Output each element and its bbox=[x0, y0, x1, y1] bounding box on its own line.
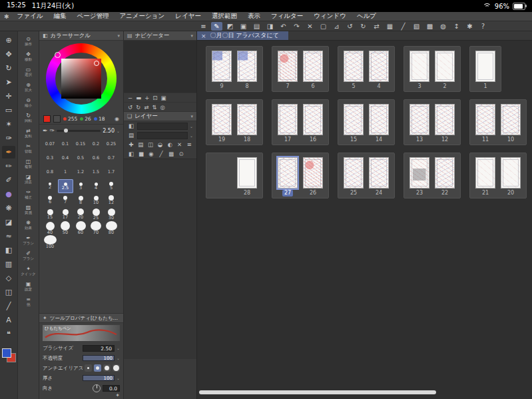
material-icon[interactable]: ◍ bbox=[437, 22, 449, 31]
spread-card[interactable]: 98 bbox=[206, 46, 263, 92]
blend-tool[interactable]: ≈ bbox=[2, 230, 15, 242]
crop-icon[interactable]: ⊿ bbox=[331, 22, 342, 31]
page-thumbnail-20[interactable] bbox=[501, 157, 521, 189]
page-thumbnail-9[interactable] bbox=[212, 51, 232, 82]
new-page-icon[interactable]: ▣ bbox=[238, 22, 249, 31]
palette-menu-icon[interactable]: ≡ bbox=[185, 141, 193, 148]
spread-card[interactable]: 2726 bbox=[272, 153, 329, 199]
zoom-slider[interactable]: ▬ bbox=[136, 95, 141, 101]
layer-panel-header[interactable]: ❏ レイヤー ▾ bbox=[124, 112, 196, 121]
antialias-option[interactable] bbox=[94, 364, 101, 372]
brush-size-cell[interactable]: 15 bbox=[43, 207, 58, 221]
layer-menu-icon[interactable]: ▾ bbox=[190, 114, 193, 119]
sv-marker[interactable] bbox=[94, 61, 99, 66]
brush-size-cell[interactable]: 17 bbox=[58, 207, 73, 221]
snap-ruler-icon[interactable]: ╱ bbox=[398, 22, 409, 31]
brush-size-cell[interactable]: 0.5 bbox=[73, 151, 89, 165]
menu-item[interactable]: ウィンドウ bbox=[308, 12, 352, 21]
flip-horizontal-icon[interactable]: ⇄ bbox=[371, 22, 382, 31]
merge-down-icon[interactable]: ◒ bbox=[156, 141, 164, 148]
brush-size-cell[interactable]: 0.7 bbox=[104, 151, 119, 165]
rotate-right-icon[interactable]: ↻ bbox=[358, 22, 369, 31]
brush-size-cell[interactable]: 0.2 bbox=[89, 137, 104, 151]
grid-icon[interactable]: ▦ bbox=[384, 22, 396, 31]
brush-size-cell[interactable]: 1.2 bbox=[73, 165, 89, 179]
delete-icon[interactable]: ✕ bbox=[304, 22, 316, 31]
duplicate-layer-icon[interactable]: ◫ bbox=[146, 141, 154, 148]
navigator-preview[interactable] bbox=[124, 41, 196, 93]
property-slider[interactable]: 100 bbox=[83, 355, 115, 361]
fullscreen-icon[interactable]: ↕ bbox=[451, 22, 462, 31]
brush-size-cell[interactable]: 0.4 bbox=[58, 151, 73, 165]
new-layer-icon[interactable]: ✚ bbox=[127, 141, 135, 148]
stepper-icon[interactable]: ⌄ bbox=[117, 346, 120, 350]
brush-size-cell[interactable]: 0.8 bbox=[43, 165, 58, 179]
spread-card[interactable]: 28 bbox=[206, 153, 263, 199]
menu-item[interactable]: ヘルプ bbox=[352, 12, 382, 21]
brush-size-cell[interactable]: 0.15 bbox=[73, 137, 89, 151]
brush-size-cell[interactable]: 0.1 bbox=[58, 137, 73, 151]
pen-settings-icon[interactable]: ✎ bbox=[211, 22, 222, 31]
navigator-header[interactable]: ▤ ナビゲーター ▾ bbox=[124, 31, 196, 41]
brush-size-cell[interactable]: 30 bbox=[104, 207, 119, 221]
menu-item[interactable]: 編集 bbox=[48, 12, 71, 21]
menu-item[interactable]: アニメーション bbox=[114, 12, 170, 21]
antialias-option[interactable] bbox=[85, 364, 92, 372]
page-thumbnail-3[interactable] bbox=[409, 51, 429, 82]
brush-size-cell[interactable]: 6 bbox=[43, 193, 58, 207]
page-thumbnail-13[interactable] bbox=[409, 104, 429, 135]
page-thumbnail-14[interactable] bbox=[369, 104, 389, 135]
subtool-more[interactable]: ≡他 bbox=[19, 294, 39, 308]
deselect-icon[interactable]: ▢ bbox=[318, 22, 329, 31]
brush-tool[interactable]: ✐ bbox=[2, 174, 15, 187]
brush-size-cell[interactable]: 7 bbox=[58, 193, 73, 207]
spread-card[interactable]: 1918 bbox=[206, 99, 263, 145]
zoom-in-icon[interactable]: + bbox=[144, 95, 149, 101]
blend-dropdown-arrow-icon[interactable]: ⌄ bbox=[190, 124, 193, 129]
eyedropper-tool[interactable]: ✑ bbox=[2, 132, 15, 145]
saturation-value-square[interactable] bbox=[61, 59, 101, 99]
page-thumbnail-11[interactable] bbox=[475, 104, 495, 135]
page-thumbnail-5[interactable] bbox=[344, 51, 364, 82]
brush-size-slider[interactable] bbox=[57, 130, 101, 132]
brush-size-field[interactable]: 2.50 bbox=[83, 345, 115, 352]
page-thumbnail-22[interactable] bbox=[435, 157, 455, 189]
subtool-settings[interactable]: ▣設定 bbox=[19, 278, 39, 293]
brush-size-cell[interactable]: 25 bbox=[89, 207, 104, 221]
page-thumbnail-18[interactable] bbox=[237, 104, 257, 135]
flip-vertical-icon[interactable]: ⇅ bbox=[152, 104, 156, 111]
rotate-left-icon[interactable]: ↺ bbox=[128, 104, 133, 111]
brush-tip-icon[interactable]: ✑ bbox=[50, 127, 55, 134]
page-thumbnail-6[interactable] bbox=[303, 51, 323, 82]
page-thumbnail-1[interactable] bbox=[475, 51, 495, 82]
layer-ruler-icon[interactable]: ╱ bbox=[157, 151, 165, 157]
subtool-quick[interactable]: ✦クイック bbox=[19, 263, 39, 278]
brush-size-cell[interactable]: 2 bbox=[43, 179, 58, 193]
new-folder-icon[interactable]: ▤ bbox=[137, 141, 145, 148]
color-wheel[interactable] bbox=[46, 43, 117, 114]
menu-item[interactable]: フィルター bbox=[266, 12, 308, 21]
actual-size-icon[interactable]: ▣ bbox=[160, 95, 166, 101]
navigator-menu-icon[interactable]: ▾ bbox=[190, 33, 193, 39]
import-icon[interactable]: ▤ bbox=[251, 22, 262, 31]
layer-move-tool[interactable]: ✛ bbox=[2, 90, 15, 103]
eraser-tool[interactable]: ◪ bbox=[2, 216, 15, 228]
page-thumbnail-10[interactable] bbox=[501, 104, 521, 135]
subtool-rotate[interactable]: ↻回転 bbox=[19, 110, 39, 125]
color-set-icon[interactable]: ◉ bbox=[115, 116, 119, 122]
frame-border-tool[interactable]: ◫ bbox=[2, 286, 15, 298]
direction-dial[interactable] bbox=[93, 384, 101, 392]
brush-size-stepper-icon[interactable]: ⌄ bbox=[117, 129, 120, 133]
current-color-swatch[interactable] bbox=[43, 115, 51, 123]
brush-size-cell[interactable]: 0.6 bbox=[89, 151, 104, 165]
brush-size-cell[interactable]: 80 bbox=[104, 221, 119, 235]
page-thumbnail-8[interactable] bbox=[237, 51, 257, 82]
subtool-duplicate[interactable]: ◫複製 bbox=[19, 156, 39, 171]
zoom-tool[interactable]: ⊕ bbox=[2, 34, 15, 47]
menu-item[interactable]: 表示 bbox=[242, 12, 266, 21]
brush-size-cell[interactable]: 0.07 bbox=[43, 137, 58, 151]
fit-icon[interactable]: ⊡ bbox=[152, 95, 157, 101]
clip-layer-icon[interactable]: ◧ bbox=[127, 151, 135, 157]
subtool-correct[interactable]: ✑補正 bbox=[19, 187, 39, 201]
layer-search-icon[interactable]: ⊙ bbox=[177, 151, 185, 157]
